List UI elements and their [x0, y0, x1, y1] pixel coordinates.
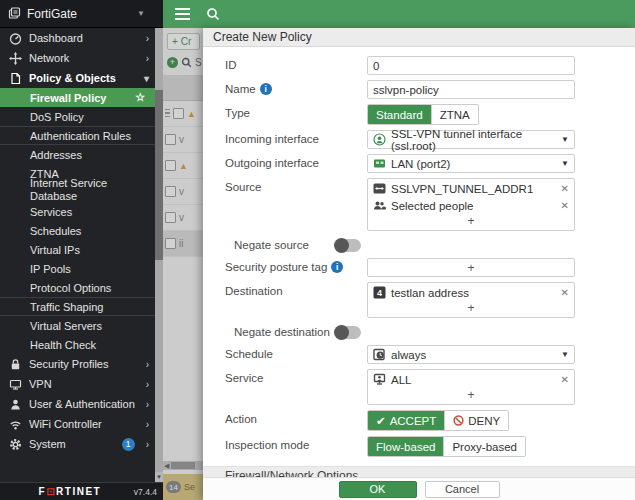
sidebar-item-system[interactable]: System 1 › [0, 434, 155, 454]
sidebar-item-schedules[interactable]: Schedules [0, 221, 155, 240]
action-accept-button[interactable]: ✔ ACCEPT [368, 411, 444, 430]
brand-label: FortiGate [27, 7, 77, 21]
item-label: Protocol Options [30, 282, 111, 294]
service-all-icon [373, 373, 386, 386]
search-icon[interactable] [206, 7, 220, 21]
sidebar-item-firewall-policy[interactable]: Firewall Policy ☆ [0, 88, 155, 107]
sidebar-item-virtual-servers[interactable]: Virtual Servers [0, 316, 155, 335]
sidebar-item-dashboard[interactable]: Dashboard › [0, 28, 155, 48]
inspection-flow-based-button[interactable]: Flow-based [368, 437, 443, 456]
item-label: Dashboard [29, 32, 83, 44]
inspection-proxy-based-button[interactable]: Proxy-based [443, 437, 525, 456]
vdom-caret-icon[interactable]: ▼ [137, 9, 145, 18]
destination-multiselect[interactable]: 4 testlan address ✕ + [367, 282, 575, 318]
action-label: Action [225, 410, 367, 425]
info-icon: i [260, 83, 272, 95]
form-row-destination: Destination 4 testlan address ✕ + [225, 282, 635, 318]
sidebar-item-virtual-ips[interactable]: Virtual IPs [0, 240, 155, 259]
chevron-right-icon: › [146, 439, 149, 450]
toggle-knob [334, 238, 349, 253]
remove-icon[interactable]: ✕ [561, 183, 569, 194]
scrollbar-thumb[interactable] [155, 90, 163, 260]
item-label: Schedules [30, 225, 81, 237]
sidebar-item-protocol-options[interactable]: Protocol Options [0, 278, 155, 297]
remove-icon[interactable]: ✕ [561, 287, 569, 298]
sidebar-item-addresses[interactable]: Addresses [0, 145, 155, 164]
chevron-right-icon: › [146, 399, 149, 410]
item-label: Virtual IPs [30, 244, 80, 256]
type-label: Type [225, 104, 367, 119]
inspection-mode-segmented-control: Flow-based Proxy-based [367, 436, 526, 457]
sidebar-item-user-authentication[interactable]: User & Authentication › [0, 394, 155, 414]
negate-destination-toggle[interactable] [335, 326, 361, 339]
sidebar-item-health-check[interactable]: Health Check [0, 335, 155, 354]
form-row-id: ID [225, 56, 635, 75]
negate-source-toggle[interactable] [335, 239, 361, 252]
add-source-button[interactable]: + [373, 214, 569, 230]
sidebar-item-traffic-shaping[interactable]: Traffic Shaping [0, 297, 155, 316]
item-label: User & Authentication [29, 398, 135, 410]
policy-icon [9, 72, 22, 85]
inspection-mode-label: Inspection mode [225, 436, 367, 451]
cancel-button[interactable]: Cancel [425, 481, 500, 498]
source-entry-name: SSLVPN_TUNNEL_ADDR1 [391, 183, 533, 195]
source-entry-name: Selected people [391, 200, 473, 212]
fortigate-logo-icon [8, 7, 21, 20]
item-label: DoS Policy [30, 111, 84, 123]
firewall-network-options-header: Firewall/Network Options [203, 466, 635, 477]
type-ztna-button[interactable]: ZTNA [431, 105, 478, 124]
sidebar-item-policy-objects[interactable]: Policy & Objects ▾ [0, 68, 155, 88]
name-input[interactable] [367, 80, 575, 99]
sidebar-item-network[interactable]: Network › [0, 48, 155, 68]
sidebar: FortiGate ▼ Dashboard › Network › Policy… [0, 0, 163, 500]
form-row-outgoing-interface: Outgoing interface LAN (port2) ▼ [225, 154, 635, 173]
negate-destination-label: Negate destination [225, 323, 335, 338]
form-row-schedule: Schedule always ▼ [225, 345, 635, 364]
favorite-star-icon[interactable]: ☆ [135, 91, 145, 104]
menu-toggle-icon[interactable] [175, 8, 190, 20]
sidebar-item-vpn[interactable]: VPN › [0, 374, 155, 394]
firewall-policy-page-background: + Cr + S ▲ v ▲ v v [163, 28, 203, 500]
sidebar-item-wifi-controller[interactable]: WiFi Controller › [0, 414, 155, 434]
item-label: System [29, 438, 66, 450]
item-label: Firewall Policy [30, 92, 106, 104]
sidebar-item-internet-service-database[interactable]: Internet Service Database [0, 183, 155, 202]
sidebar-item-ip-pools[interactable]: IP Pools [0, 259, 155, 278]
form-row-negate-source: Negate source [225, 236, 635, 252]
form-row-security-posture-tag: Security posture tagi + [225, 258, 635, 277]
ok-button[interactable]: OK [339, 481, 417, 498]
user-group-icon [373, 199, 386, 212]
modal-backdrop [163, 28, 203, 500]
action-deny-button[interactable]: DENY [444, 411, 508, 430]
destination-entry: 4 testlan address ✕ [373, 284, 569, 301]
id-input[interactable] [367, 56, 575, 75]
sidebar-item-security-profiles[interactable]: Security Profiles › [0, 354, 155, 374]
sidebar-nav: Dashboard › Network › Policy & Objects ▾… [0, 28, 155, 482]
chevron-down-icon: ▼ [561, 135, 569, 144]
destination-entry-name: testlan address [391, 287, 469, 299]
add-destination-button[interactable]: + [373, 301, 569, 317]
type-standard-button[interactable]: Standard [368, 105, 431, 124]
topbar [163, 0, 635, 28]
add-service-button[interactable]: + [373, 388, 569, 404]
outgoing-interface-select[interactable]: LAN (port2) ▼ [367, 154, 575, 173]
security-posture-tag-select[interactable]: + [367, 258, 575, 277]
incoming-interface-select[interactable]: SSL-VPN tunnel interface (ssl.root) ▼ [367, 130, 575, 149]
sidebar-item-authentication-rules[interactable]: Authentication Rules [0, 126, 155, 145]
schedule-icon [373, 348, 386, 361]
scrollbar-down-arrow[interactable]: ▼ [155, 472, 163, 482]
sidebar-item-dos-policy[interactable]: DoS Policy [0, 107, 155, 126]
schedule-select[interactable]: always ▼ [367, 345, 575, 364]
chevron-down-icon: ▼ [561, 350, 569, 359]
source-multiselect[interactable]: SSLVPN_TUNNEL_ADDR1 ✕ Selected people ✕ … [367, 178, 575, 231]
form-row-incoming-interface: Incoming interface SSL-VPN tunnel interf… [225, 130, 635, 149]
brand-bar[interactable]: FortiGate ▼ [0, 0, 163, 28]
remove-icon[interactable]: ✕ [561, 200, 569, 211]
remove-icon[interactable]: ✕ [561, 374, 569, 385]
chevron-right-icon: › [146, 359, 149, 370]
destination-label: Destination [225, 282, 367, 297]
sidebar-scrollbar[interactable]: ▼ [155, 28, 163, 482]
chevron-right-icon: › [146, 419, 149, 430]
service-multiselect[interactable]: ALL ✕ + [367, 369, 575, 405]
form-row-service: Service ALL ✕ + [225, 369, 635, 405]
